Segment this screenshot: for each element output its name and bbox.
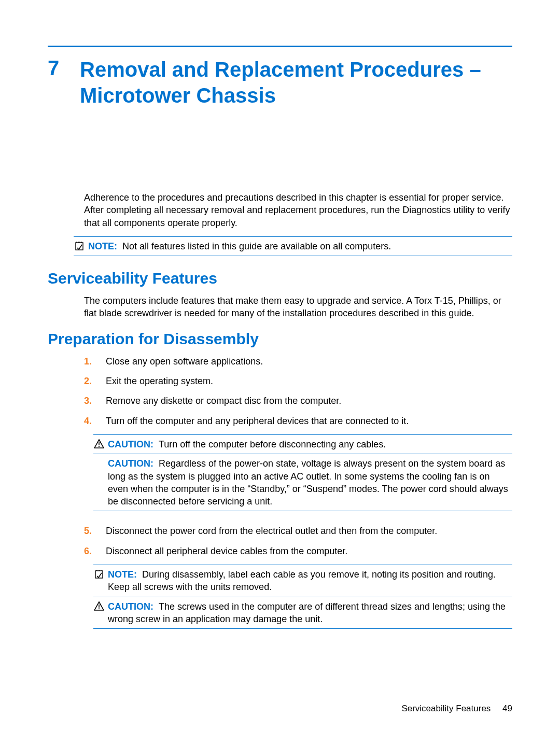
section-heading-serviceability: Serviceability Features (48, 270, 512, 287)
svg-point-2 (99, 446, 100, 447)
intro-paragraph: Adherence to the procedures and precauti… (84, 191, 512, 229)
step-number: 5. (84, 525, 94, 537)
step-number: 4. (84, 415, 94, 427)
note-label: NOTE: (108, 569, 137, 580)
caution-text: The screws used in the computer are of d… (108, 601, 506, 624)
step-text: Exit the operating system. (106, 375, 213, 387)
step-number: 6. (84, 545, 94, 557)
step-text: Turn off the computer and any peripheral… (106, 415, 409, 427)
note-text: During disassembly, label each cable as … (108, 569, 496, 592)
step-text: Remove any diskette or compact disc from… (106, 395, 341, 407)
list-item: 1.Close any open software applications. (84, 355, 512, 368)
step-number: 2. (84, 375, 94, 387)
chapter-header: 7 Removal and Replacement Procedures – M… (48, 57, 512, 108)
caution-label: CAUTION: (108, 439, 153, 449)
caution-callout-group: CAUTION:Turn off the computer before dis… (93, 434, 512, 511)
steps-list-2: 5.Disconnect the power cord from the ele… (84, 525, 512, 557)
chapter-number: 7 (48, 57, 63, 79)
note-label: NOTE: (88, 241, 117, 251)
svg-point-5 (99, 608, 100, 609)
caution-icon (93, 600, 105, 626)
caution-text: Turn off the computer before disconnecti… (159, 439, 386, 449)
step-text: Close any open software applications. (106, 355, 263, 368)
note-caution-bottom-group: NOTE:During disassembly, label each cabl… (93, 565, 512, 629)
caution-label: CAUTION: (108, 458, 153, 469)
list-item: 2.Exit the operating system. (84, 375, 512, 387)
caution-icon-spacer (93, 457, 105, 508)
section-heading-preparation: Preparation for Disassembly (48, 330, 512, 348)
serviceability-paragraph: The computers include features that make… (84, 294, 512, 320)
list-item: 3.Remove any diskette or compact disc fr… (84, 395, 512, 407)
page-footer: Serviceability Features 49 (401, 704, 512, 714)
note-icon (93, 568, 105, 594)
steps-list-1: 1.Close any open software applications. … (84, 355, 512, 427)
list-item: 5.Disconnect the power cord from the ele… (84, 525, 512, 537)
top-rule (48, 46, 512, 47)
list-item: 6.Disconnect all peripheral device cable… (84, 545, 512, 557)
note-text: Not all features listed in this guide ar… (122, 241, 391, 251)
page-number: 49 (502, 704, 512, 713)
step-number: 3. (84, 395, 94, 407)
caution-label: CAUTION: (108, 601, 153, 612)
step-number: 1. (84, 355, 94, 368)
note-callout-top: NOTE:Not all features listed in this gui… (74, 236, 512, 256)
caution-text: Regardless of the power-on state, voltag… (108, 458, 508, 507)
chapter-title: Removal and Replacement Procedures – Mic… (80, 57, 512, 108)
list-item: 4.Turn off the computer and any peripher… (84, 415, 512, 427)
step-text: Disconnect the power cord from the elect… (106, 525, 437, 537)
step-text: Disconnect all peripheral device cables … (106, 545, 347, 557)
note-icon (74, 240, 85, 252)
caution-icon (93, 438, 105, 451)
footer-section: Serviceability Features (401, 704, 491, 713)
